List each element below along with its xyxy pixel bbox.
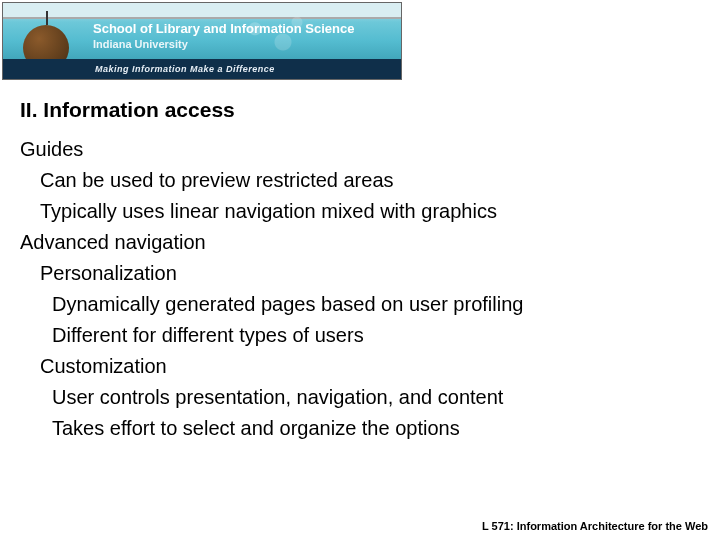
outline-line: Can be used to preview restricted areas bbox=[40, 169, 700, 192]
slide-title: II. Information access bbox=[20, 98, 700, 122]
outline-line: Personalization bbox=[40, 262, 700, 285]
outline-line: Takes effort to select and organize the … bbox=[52, 417, 700, 440]
slide-footer: L 571: Information Architecture for the … bbox=[482, 520, 708, 532]
banner-subtitle: Indiana University bbox=[93, 38, 355, 50]
outline-line: Advanced navigation bbox=[20, 231, 700, 254]
outline-line: Dynamically generated pages based on use… bbox=[52, 293, 700, 316]
banner-tagline: Making Information Make a Difference bbox=[3, 59, 401, 79]
outline-line: Typically uses linear navigation mixed w… bbox=[40, 200, 700, 223]
outline-line: Different for different types of users bbox=[52, 324, 700, 347]
slide-content: II. Information access GuidesCan be used… bbox=[0, 82, 720, 440]
school-banner: School of Library and Information Scienc… bbox=[2, 2, 402, 80]
outline-line: Guides bbox=[20, 138, 700, 161]
banner-title: School of Library and Information Scienc… bbox=[93, 21, 355, 36]
outline-line: User controls presentation, navigation, … bbox=[52, 386, 700, 409]
outline-line: Customization bbox=[40, 355, 700, 378]
